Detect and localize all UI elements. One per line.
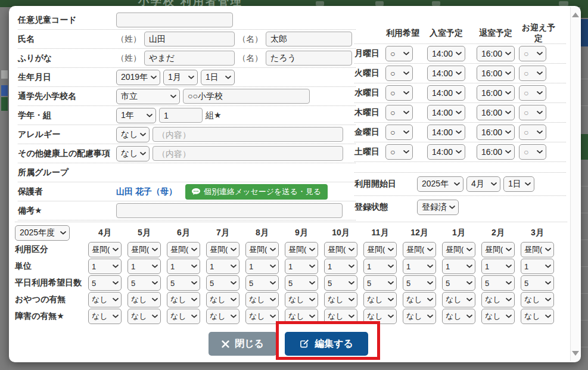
disability-select[interactable]: なし [521, 309, 554, 324]
enter-time-select[interactable]: 14:00 [427, 105, 465, 120]
enter-time-select[interactable]: 14:00 [427, 125, 465, 140]
unit-select[interactable]: 1 [88, 259, 122, 274]
usage-wish-select[interactable]: ○ [385, 66, 413, 81]
leave-time-select[interactable]: 16:00 [477, 66, 515, 81]
registration-status-select[interactable]: 登録済 [417, 200, 459, 215]
school-type-select[interactable]: 市立 [116, 89, 180, 104]
unit-select[interactable]: 1 [127, 259, 161, 274]
weekday-days-select[interactable]: 5 [127, 275, 161, 291]
send-message-button[interactable]: 個別連絡メッセージを送る・見る [185, 184, 328, 200]
class-input[interactable] [159, 108, 203, 123]
close-button[interactable]: 閉じる [209, 332, 277, 356]
usage-type-select[interactable]: 昼間( [521, 242, 554, 257]
first-name-input[interactable] [266, 32, 352, 46]
usage-type-select[interactable]: 昼間( [206, 242, 239, 257]
disability-select[interactable]: なし [442, 309, 475, 324]
disability-select[interactable]: なし [206, 309, 239, 324]
disability-select[interactable]: なし [403, 309, 436, 324]
birth-year-select[interactable]: 2019年 [116, 70, 160, 85]
usage-type-select[interactable]: 昼間( [324, 242, 357, 257]
usage-type-select[interactable]: 昼間( [285, 242, 318, 257]
birth-day-select[interactable]: 1日 [201, 70, 235, 85]
usage-wish-select[interactable]: ○ [385, 105, 413, 120]
snack-select[interactable]: なし [245, 292, 279, 307]
pickup-select[interactable]: ○ [519, 46, 546, 61]
scroll-down-icon[interactable] [572, 351, 579, 356]
disability-select[interactable]: なし [285, 309, 318, 324]
pickup-select[interactable]: ○ [519, 85, 546, 101]
snack-select[interactable]: なし [285, 292, 318, 307]
usage-type-select[interactable]: 昼間( [363, 242, 397, 257]
weekday-days-select[interactable]: 5 [481, 275, 515, 291]
note-input[interactable] [116, 203, 343, 218]
pickup-select[interactable]: ○ [519, 125, 546, 140]
snack-select[interactable]: なし [363, 292, 397, 307]
leave-time-select[interactable]: 16:00 [477, 105, 515, 120]
enter-time-select[interactable]: 14:00 [427, 144, 465, 160]
usage-wish-select[interactable]: ○ [385, 125, 413, 140]
leave-time-select[interactable]: 16:00 [477, 46, 515, 61]
weekday-days-select[interactable]: 5 [324, 275, 357, 291]
guardian-link[interactable]: 山田 花子（母） [116, 186, 177, 197]
leave-time-select[interactable]: 16:00 [477, 85, 515, 101]
allergy-detail-input[interactable] [153, 127, 343, 142]
unit-select[interactable]: 1 [245, 259, 279, 274]
disability-select[interactable]: なし [167, 309, 200, 324]
grade-select[interactable]: 1年 [116, 108, 156, 123]
first-name-kana-input[interactable] [266, 51, 352, 66]
pickup-select[interactable]: ○ [519, 144, 546, 160]
unit-select[interactable]: 1 [403, 259, 436, 274]
enter-time-select[interactable]: 14:00 [427, 85, 465, 101]
weekday-days-select[interactable]: 5 [403, 275, 436, 291]
edit-button[interactable]: 編集する [285, 332, 368, 356]
disability-select[interactable]: なし [88, 309, 122, 324]
snack-select[interactable]: なし [324, 292, 357, 307]
weekday-days-select[interactable]: 5 [206, 275, 239, 291]
weekday-days-select[interactable]: 5 [442, 275, 475, 291]
unit-select[interactable]: 1 [285, 259, 318, 274]
unit-select[interactable]: 1 [521, 259, 554, 274]
disability-select[interactable]: なし [481, 309, 515, 324]
health-note-detail-input[interactable] [153, 146, 343, 161]
leave-time-select[interactable]: 16:00 [477, 125, 515, 140]
snack-select[interactable]: なし [403, 292, 436, 307]
scroll-up-icon[interactable] [572, 13, 579, 17]
school-name-input[interactable] [183, 89, 310, 104]
child-code-input[interactable] [116, 13, 233, 27]
disability-select[interactable]: なし [324, 309, 357, 324]
unit-select[interactable]: 1 [481, 259, 515, 274]
usage-type-select[interactable]: 昼間( [403, 242, 436, 257]
unit-select[interactable]: 1 [167, 259, 200, 274]
disability-select[interactable]: なし [245, 309, 279, 324]
birth-month-select[interactable]: 1月 [163, 70, 198, 85]
weekday-days-select[interactable]: 5 [167, 275, 200, 291]
allergy-select[interactable]: なし [116, 127, 150, 142]
disability-select[interactable]: なし [127, 309, 161, 324]
snack-select[interactable]: なし [442, 292, 475, 307]
disability-select[interactable]: なし [363, 309, 397, 324]
usage-type-select[interactable]: 昼間( [245, 242, 279, 257]
usage-wish-select[interactable]: ○ [385, 85, 413, 101]
modal-scrollbar[interactable] [570, 7, 580, 361]
weekday-days-select[interactable]: 5 [245, 275, 279, 291]
usage-wish-select[interactable]: ○ [385, 144, 413, 160]
usage-type-select[interactable]: 昼間( [167, 242, 200, 257]
usage-wish-select[interactable]: ○ [385, 46, 413, 61]
usage-type-select[interactable]: 昼間( [88, 242, 122, 257]
unit-select[interactable]: 1 [442, 259, 475, 274]
snack-select[interactable]: なし [206, 292, 239, 307]
usage-type-select[interactable]: 昼間( [481, 242, 515, 257]
unit-select[interactable]: 1 [363, 259, 397, 274]
enter-time-select[interactable]: 14:00 [427, 46, 465, 61]
start-year-select[interactable]: 2025年 [417, 176, 463, 192]
enter-time-select[interactable]: 14:00 [427, 66, 465, 81]
last-name-kana-input[interactable] [144, 51, 235, 66]
unit-select[interactable]: 1 [206, 259, 239, 274]
start-day-select[interactable]: 1日 [503, 176, 534, 192]
health-note-select[interactable]: なし [116, 146, 150, 161]
pickup-select[interactable]: ○ [519, 66, 546, 81]
usage-type-select[interactable]: 昼間( [127, 242, 161, 257]
usage-type-select[interactable]: 昼間( [442, 242, 475, 257]
weekday-days-select[interactable]: 5 [521, 275, 554, 291]
fiscal-year-select[interactable]: 2025年度 [15, 225, 70, 241]
